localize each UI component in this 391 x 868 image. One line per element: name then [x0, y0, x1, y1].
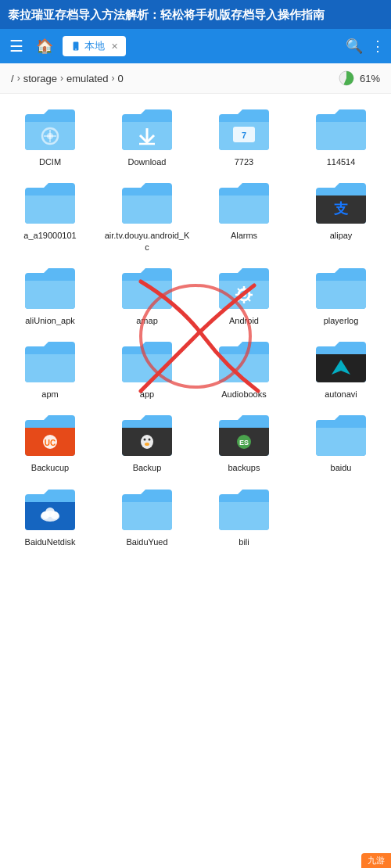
file-item-alarms[interactable]: Alarms [197, 174, 291, 256]
breadcrumb-storage[interactable]: storage [23, 73, 57, 84]
file-item-baidunetdisk[interactable]: BaiduNetdisk [3, 480, 97, 551]
svg-text:7: 7 [242, 131, 246, 140]
folder-svg-plain1 [22, 180, 78, 227]
folder-svg-plain9 [216, 339, 272, 386]
svg-point-1 [75, 48, 77, 50]
banner-title: 泰拉瑞亚存档导入方法解析：轻松将手机版存档导入操作指南 [8, 8, 325, 21]
file-label-autonavi: autonavi [325, 389, 357, 400]
folder-svg-7723: 7 [216, 106, 272, 153]
file-item-7723[interactable]: 7 7723 [197, 100, 291, 170]
folder-svg-plain12 [216, 486, 272, 533]
storage-percentage: 61% [338, 70, 382, 87]
breadcrumb-root[interactable]: / [11, 73, 14, 84]
file-label-amap: amap [136, 315, 158, 326]
folder-svg-dcim [22, 106, 78, 153]
file-label-baiduyued: BaiduYued [126, 536, 167, 547]
folder-svg-plain4 [22, 265, 78, 312]
toolbar-more-icon[interactable]: ⋮ [371, 38, 385, 55]
file-item-backup[interactable]: Backup [100, 406, 194, 476]
file-item-apm[interactable]: apm [3, 332, 97, 403]
svg-text:ES: ES [239, 439, 249, 447]
folder-svg-plain7 [22, 339, 78, 386]
folder-svg-plain3 [216, 180, 272, 227]
file-label-a-a19000101: a_a19000101 [23, 230, 76, 241]
file-item-baiduyued[interactable]: BaiduYued [100, 480, 194, 551]
file-label-apm: apm [41, 389, 58, 400]
menu-icon[interactable]: ☰ [6, 34, 27, 59]
watermark: 九游 [361, 853, 391, 868]
file-label-alarms: Alarms [231, 230, 257, 241]
file-item-backucup[interactable]: UC Backucup [3, 406, 97, 476]
file-label-114514: 114514 [327, 156, 356, 167]
folder-svg-plain5 [119, 265, 175, 312]
file-label-baidunetdisk: BaiduNetdisk [25, 536, 76, 547]
file-item-playerlog[interactable]: playerlog [294, 259, 388, 329]
file-item-airtv[interactable]: air.tv.douyu.android_Kc [100, 174, 194, 256]
folder-svg-114514 [313, 106, 369, 153]
file-label-audiobooks: Audiobooks [221, 389, 267, 400]
file-label-baidu: baidu [331, 462, 352, 473]
toolbar-search-icon[interactable]: 🔍 [346, 38, 363, 55]
phone-icon [70, 41, 81, 52]
file-label-download: Download [128, 156, 167, 167]
storage-pct-label: 61% [360, 73, 380, 84]
folder-svg-plain2 [119, 180, 175, 227]
file-label-7723: 7723 [235, 156, 253, 167]
folder-svg-alipay: 支 [313, 180, 369, 227]
folder-svg-autonavi [313, 339, 369, 386]
file-label-aliunion: aliUnion_apk [25, 315, 75, 326]
svg-point-34 [45, 508, 55, 517]
tab-close-icon[interactable]: ✕ [111, 41, 118, 52]
file-label-alipay: alipay [330, 230, 353, 241]
file-item-bili[interactable]: bili [197, 480, 291, 551]
tab-local[interactable]: 本地 ✕ [63, 36, 126, 56]
file-item-alipay[interactable]: 支 alipay [294, 174, 388, 256]
svg-text:UC: UC [45, 439, 56, 447]
file-label-backups: backups [228, 462, 260, 473]
toolbar-right-icons: 🔍 ⋮ [346, 38, 385, 55]
folder-svg-backucup: UC [22, 412, 78, 459]
folder-svg-download [119, 106, 175, 153]
breadcrumb-arrow-2: › [60, 73, 63, 84]
file-label-dcim: DCIM [39, 156, 61, 167]
file-item-audiobooks[interactable]: Audiobooks [197, 332, 291, 403]
file-item-android[interactable]: Android [197, 259, 291, 329]
file-item-114514[interactable]: 114514 [294, 100, 388, 170]
svg-point-28 [145, 443, 149, 446]
folder-svg-plain11 [119, 486, 175, 533]
file-label-backucup: Backucup [31, 462, 69, 473]
file-label-backup: Backup [133, 462, 162, 473]
breadcrumb-arrow-1: › [17, 73, 20, 84]
file-item-download[interactable]: Download [100, 100, 194, 170]
svg-point-27 [149, 439, 151, 441]
storage-pie-icon [338, 70, 355, 87]
file-item-autonavi[interactable]: autonavi [294, 332, 388, 403]
tab-local-label: 本地 [84, 39, 105, 53]
file-grid: DCIM Download 7 7723 114514 [0, 94, 391, 557]
folder-svg-plain6 [313, 265, 369, 312]
svg-point-26 [144, 439, 146, 441]
file-label-android: Android [229, 315, 259, 326]
file-item-amap[interactable]: amap [100, 259, 194, 329]
file-item-app[interactable]: app [100, 332, 194, 403]
svg-point-13 [242, 292, 246, 297]
toolbar: ☰ 🏠 本地 ✕ 🔍 ⋮ [0, 29, 391, 63]
file-item-backups[interactable]: ES backups [197, 406, 291, 476]
file-item-dcim[interactable]: DCIM [3, 100, 97, 170]
file-item-a-a19000101[interactable]: a_a19000101 [3, 174, 97, 256]
folder-svg-plain10 [313, 412, 369, 459]
file-item-aliunion[interactable]: aliUnion_apk [3, 259, 97, 329]
file-item-baidu[interactable]: baidu [294, 406, 388, 476]
folder-svg-android [216, 265, 272, 312]
folder-svg-plain8 [119, 339, 175, 386]
home-icon[interactable]: 🏠 [33, 34, 56, 58]
breadcrumb: / › storage › emulated › 0 61% [0, 63, 391, 94]
file-label-app: app [140, 389, 154, 400]
folder-svg-baidunetdisk [22, 486, 78, 533]
breadcrumb-0[interactable]: 0 [117, 73, 123, 84]
file-label-airtv: air.tv.douyu.android_Kc [103, 230, 191, 253]
breadcrumb-emulated[interactable]: emulated [66, 73, 108, 84]
top-banner: 泰拉瑞亚存档导入方法解析：轻松将手机版存档导入操作指南 [0, 0, 391, 29]
breadcrumb-arrow-3: › [111, 73, 114, 84]
file-label-playerlog: playerlog [324, 315, 359, 326]
